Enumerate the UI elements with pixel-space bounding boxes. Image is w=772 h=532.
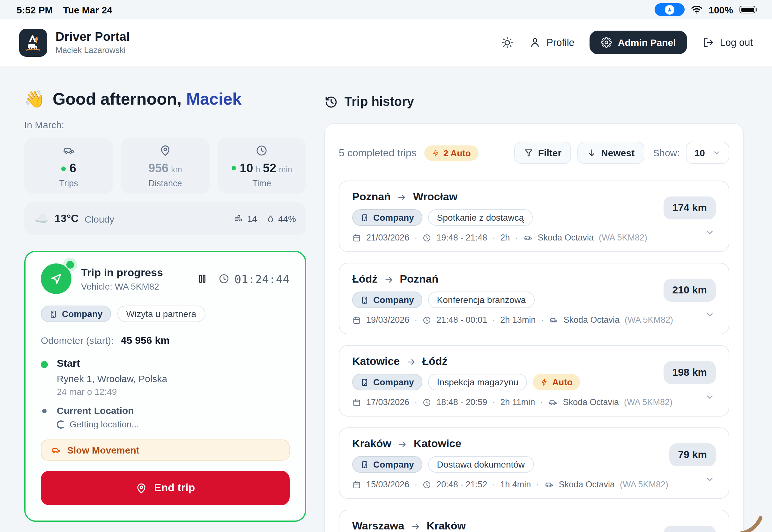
arrow-right-icon [384, 275, 393, 284]
trip-time: 19:48 - 21:48 [436, 233, 487, 242]
building-icon [360, 296, 369, 304]
company-badge-label: Company [62, 309, 103, 319]
theme-toggle-sun-icon[interactable] [501, 36, 514, 49]
corner-arc-decoration [736, 509, 768, 532]
auto-count-label: 2 Auto [443, 148, 471, 158]
trip-from: Łódź [352, 273, 377, 286]
trip-date: 17/03/2026 [366, 397, 409, 407]
show-label: Show: [653, 147, 679, 158]
odometer-value: 45 956 km [121, 335, 170, 346]
trip-from: Kraków [352, 438, 391, 450]
chevron-down-icon[interactable] [705, 475, 715, 484]
trip-meta-row: 17/03/2026 18:48 - 20:59 2h 11min Skoda … [352, 397, 716, 407]
stat-time-minutes-unit: min [279, 164, 292, 174]
sort-newest-button[interactable]: Newest [577, 142, 644, 164]
stat-card-trips: 6 Trips [24, 138, 113, 194]
end-trip-label: End trip [154, 482, 195, 494]
trip-from: Warszawa [352, 520, 404, 532]
chevron-down-icon[interactable] [705, 310, 715, 320]
funnel-icon [524, 148, 534, 158]
trip-from: Poznań [352, 191, 391, 203]
trip-timer: 01:24:44 [219, 272, 290, 285]
map-pin-icon [159, 144, 172, 157]
clock-icon [422, 315, 431, 324]
main-content: 👋 Good afternoon, Maciek In March: 6 [0, 66, 772, 532]
chevron-down-icon[interactable] [705, 392, 715, 402]
chevron-down-icon[interactable] [705, 228, 715, 237]
trip-from: Katowice [352, 355, 400, 368]
pause-icon[interactable] [197, 272, 208, 285]
trip-auto-badge: Auto [533, 374, 580, 390]
wave-emoji: 👋 [24, 89, 45, 109]
auto-count-badge: 2 Auto [424, 145, 479, 160]
trip-auto-label: Auto [552, 377, 573, 387]
car-icon [549, 315, 558, 325]
building-icon [360, 460, 369, 469]
trip-history-card[interactable]: Kraków Katowice Company Dostawa dokument… [339, 427, 729, 499]
wind-value: 14 [247, 214, 257, 224]
droplet-icon [266, 214, 275, 224]
left-column: 👋 Good afternoon, Maciek In March: 6 [24, 89, 306, 532]
header-user-name: Maciek Lazarowski [56, 45, 130, 55]
start-time: 24 mar o 12:49 [57, 387, 167, 397]
trip-history-card[interactable]: Warszawa Kraków Company Spotkanie z klie… [339, 510, 729, 532]
humidity-metric: 44% [266, 214, 296, 224]
profile-button[interactable]: Profile [529, 36, 575, 48]
battery-icon [739, 6, 755, 13]
lightning-icon [541, 378, 548, 387]
slow-movement-warning: Slow Movement [41, 440, 290, 461]
slow-movement-label: Slow Movement [67, 445, 139, 455]
trip-date: 15/03/2026 [366, 480, 409, 489]
clock-icon [256, 144, 268, 157]
trip-meta-row: 19/03/2026 21:48 - 00:01 2h 13min Skoda … [352, 315, 716, 325]
trip-meta-row: 21/03/2026 19:48 - 21:48 2h Skoda Octavi… [352, 233, 716, 242]
admin-panel-button[interactable]: Admin Panel [590, 31, 687, 54]
odometer-label: Odometer (start): [41, 335, 114, 346]
trip-history-card[interactable]: Poznań Wrocław Company Spotkanie z dosta… [339, 181, 729, 252]
trip-to: Poznań [400, 273, 438, 286]
timer-clock-icon [219, 273, 230, 284]
trip-history-card[interactable]: Katowice Łódź Company Inspekcja magazynu [339, 345, 729, 417]
trip-route: Poznań Wrocław [352, 191, 716, 203]
trip-company-badge: Company [352, 374, 422, 390]
building-icon [360, 378, 369, 386]
weather-condition: Cloudy [85, 213, 114, 224]
loading-spinner-icon [57, 420, 65, 428]
trip-history-heading: Trip history [324, 94, 744, 109]
live-pulse-dot [66, 261, 74, 269]
car-icon [523, 233, 532, 242]
trip-plate: (WA 5KM82) [599, 233, 647, 242]
stat-card-time: 10 h 52 min Time [217, 138, 306, 194]
trip-history-title: Trip history [345, 94, 414, 109]
calendar-icon [352, 398, 361, 407]
start-label: Start [57, 358, 167, 369]
trip-to: Kraków [427, 520, 466, 532]
cloud-emoji: ☁️ [34, 212, 49, 226]
greeting-heading: 👋 Good afternoon, Maciek [24, 89, 306, 109]
filter-button[interactable]: Filter [515, 142, 571, 164]
greeting-user-name: Maciek [186, 89, 241, 108]
driver-portal-app: 5:52 PM Tue Mar 24 100% [0, 0, 772, 532]
arrow-right-icon [411, 521, 420, 531]
page-size-select[interactable]: 10 [686, 142, 729, 164]
clock-icon [422, 480, 431, 489]
trip-history-card[interactable]: Łódź Poznań Company Konferencja branżowa [339, 263, 729, 334]
arrow-right-icon [397, 192, 407, 202]
stat-time-hours-unit: h [256, 164, 260, 174]
trip-to: Katowice [414, 438, 461, 450]
navigation-arrow-icon [664, 5, 674, 14]
trip-distance-badge: 295 km [663, 526, 716, 532]
trip-vehicle: Skoda Octavia [563, 397, 619, 407]
lightning-icon [432, 148, 440, 157]
status-date: Tue Mar 24 [63, 4, 112, 15]
trip-company-label: Company [373, 212, 414, 223]
trip-duration: 2h 13min [500, 315, 536, 325]
admin-panel-label: Admin Panel [618, 37, 676, 48]
current-location-status: Getting location... [70, 419, 139, 429]
trip-company-badge: Company [352, 456, 422, 473]
current-location-label: Current Location [57, 405, 139, 416]
logout-button[interactable]: Log out [703, 36, 753, 48]
wind-icon [234, 214, 244, 224]
end-trip-button[interactable]: End trip [41, 471, 290, 505]
trip-vehicle: Skoda Octavia [538, 233, 594, 242]
